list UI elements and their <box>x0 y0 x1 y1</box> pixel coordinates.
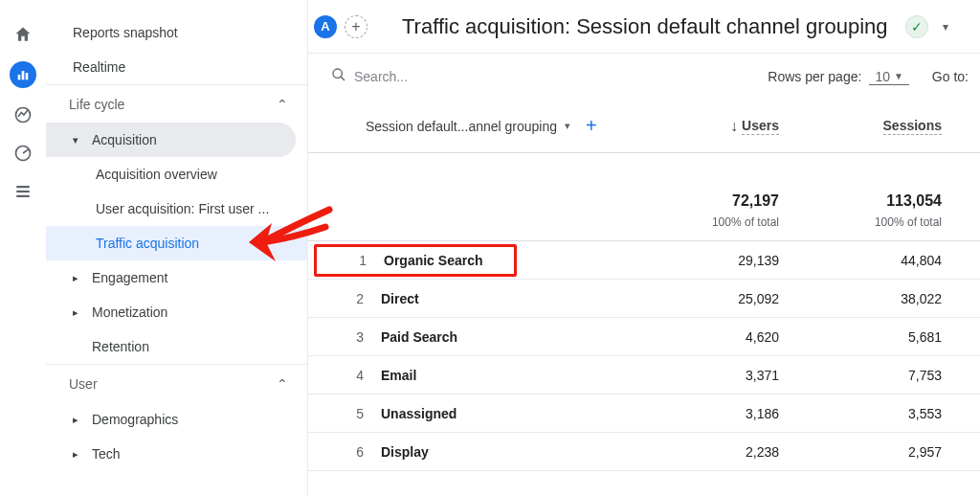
chevron-right-icon: ▸ <box>73 272 92 284</box>
realtime-item[interactable]: Realtime <box>46 50 307 84</box>
acquisition-group[interactable]: ▾ Acquisition <box>46 123 296 157</box>
sessions-total-value: 113,054 <box>886 192 942 210</box>
title-bar: A + Traffic acquisition: Session default… <box>308 0 980 54</box>
sessions-value: 5,681 <box>798 329 961 345</box>
table-controls: Search... Rows per page: 10 ▼ Go to: <box>308 54 980 100</box>
channel-name: Organic Search <box>384 253 483 268</box>
row-index: 1 <box>340 253 367 268</box>
table-row[interactable]: 5Unassigned3,1863,553 <box>308 395 980 433</box>
retention-label: Retention <box>92 339 149 354</box>
svg-line-9 <box>341 77 345 80</box>
chevron-right-icon: ▸ <box>73 448 92 461</box>
row-index: 3 <box>337 329 364 345</box>
sessions-value: 44,804 <box>798 253 961 268</box>
user-label: User <box>69 376 98 392</box>
demographics-label: Demographics <box>92 412 178 427</box>
search-icon[interactable] <box>331 67 346 86</box>
totals-row: 72,197 100% of total 113,054 100% of tot… <box>308 153 980 241</box>
channel-name: Direct <box>381 291 419 306</box>
icon-rail <box>0 0 46 496</box>
explore-icon[interactable] <box>11 103 34 126</box>
sessions-column-header[interactable]: Sessions <box>883 118 942 135</box>
lifecycle-label: Life cycle <box>69 97 124 112</box>
row-index: 4 <box>337 368 364 383</box>
row-index: 2 <box>337 291 364 306</box>
add-dimension-button[interactable]: + <box>586 115 597 137</box>
user-acquisition-item[interactable]: User acquisition: First user ... <box>46 192 307 226</box>
advertising-icon[interactable] <box>11 142 34 165</box>
row-index: 6 <box>337 444 364 460</box>
table-row[interactable]: 2Direct25,09238,022 <box>308 280 980 318</box>
users-value: 3,371 <box>645 368 798 383</box>
svg-rect-2 <box>26 73 29 79</box>
users-total-value: 72,197 <box>732 192 779 210</box>
channel-name: Paid Search <box>381 329 457 345</box>
chevron-right-icon: ▸ <box>73 306 92 319</box>
rows-per-page-label: Rows per page: <box>768 69 861 84</box>
chevron-down-icon: ▼ <box>894 71 903 81</box>
sessions-value: 2,957 <box>798 444 961 460</box>
chevron-right-icon: ▸ <box>73 414 92 426</box>
search-input[interactable]: Search... <box>354 69 760 84</box>
users-value: 29,139 <box>645 253 798 268</box>
traffic-acquisition-item[interactable]: Traffic acquisition <box>46 226 307 260</box>
chevron-up-icon: ⌃ <box>277 376 288 392</box>
svg-rect-6 <box>16 191 30 192</box>
page-title: Traffic acquisition: Session default cha… <box>402 14 888 39</box>
demographics-group[interactable]: ▸ Demographics <box>46 402 307 437</box>
configure-icon[interactable] <box>11 180 34 203</box>
user-section[interactable]: User ⌃ <box>46 364 307 402</box>
users-value: 2,238 <box>645 444 798 460</box>
sort-descending-icon[interactable]: ↓ <box>730 118 738 135</box>
users-value: 3,186 <box>645 406 798 421</box>
lifecycle-section[interactable]: Life cycle ⌃ <box>46 84 307 123</box>
svg-rect-0 <box>18 75 21 79</box>
status-check-icon[interactable]: ✓ <box>905 15 928 38</box>
users-total-sub: 100% of total <box>712 215 779 229</box>
acquisition-overview-item[interactable]: Acquisition overview <box>46 157 307 192</box>
tech-group[interactable]: ▸ Tech <box>46 437 307 471</box>
goto-label: Go to: <box>932 69 969 84</box>
table-row[interactable]: 6Display2,2382,957 <box>308 433 980 471</box>
table-row[interactable]: 3Paid Search4,6205,681 <box>308 318 980 356</box>
dimension-selector[interactable]: Session default...annel grouping <box>366 119 557 134</box>
sessions-value: 7,753 <box>798 368 961 383</box>
channel-name: Email <box>381 368 416 383</box>
svg-rect-7 <box>16 195 30 197</box>
account-badge[interactable]: A <box>314 15 337 38</box>
home-icon[interactable] <box>11 23 34 46</box>
row-index: 5 <box>337 406 364 421</box>
reports-snapshot-item[interactable]: Reports snapshot <box>46 15 307 50</box>
table-rows: 1Organic Search29,13944,8042Direct25,092… <box>308 241 980 471</box>
reports-icon[interactable] <box>10 61 36 88</box>
chevron-up-icon: ⌃ <box>277 97 288 112</box>
engagement-group[interactable]: ▸ Engagement <box>46 260 307 295</box>
svg-point-8 <box>333 69 342 78</box>
rows-per-page-select[interactable]: 10 ▼ <box>869 69 908 85</box>
svg-rect-1 <box>22 71 25 79</box>
chevron-down-icon: ▾ <box>73 134 92 147</box>
sessions-value: 3,553 <box>798 406 961 421</box>
main-content: A + Traffic acquisition: Session default… <box>308 0 980 496</box>
channel-name: Unassigned <box>381 406 457 421</box>
acquisition-label: Acquisition <box>92 132 157 147</box>
channel-name: Display <box>381 444 429 460</box>
engagement-label: Engagement <box>92 270 167 285</box>
add-comparison-button[interactable]: + <box>345 15 368 38</box>
monetization-label: Monetization <box>92 304 167 320</box>
tech-label: Tech <box>92 446 121 462</box>
sessions-total-sub: 100% of total <box>875 215 942 229</box>
table-header: Session default...annel grouping ▾ + ↓ U… <box>308 100 980 153</box>
chevron-down-icon[interactable]: ▾ <box>565 120 570 132</box>
users-value: 25,092 <box>645 291 798 306</box>
report-nav-sidebar: Reports snapshot Realtime Life cycle ⌃ ▾… <box>46 0 308 496</box>
users-value: 4,620 <box>645 329 798 345</box>
table-row[interactable]: 1Organic Search29,13944,804 <box>308 241 980 280</box>
svg-rect-5 <box>16 186 30 188</box>
table-row[interactable]: 4Email3,3717,753 <box>308 356 980 395</box>
retention-item[interactable]: Retention <box>46 329 307 364</box>
status-dropdown[interactable]: ▾ <box>936 15 955 38</box>
monetization-group[interactable]: ▸ Monetization <box>46 295 307 329</box>
users-column-header[interactable]: Users <box>742 118 779 135</box>
sessions-value: 38,022 <box>798 291 961 306</box>
